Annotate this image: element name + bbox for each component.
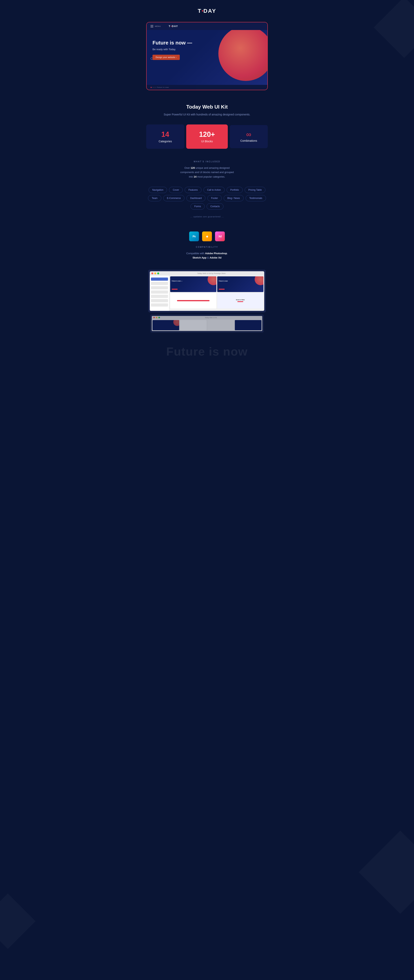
hero-cta-button[interactable]: Design your website › — [153, 55, 180, 60]
thumb-globe-2 — [255, 276, 263, 285]
hero-subtitle: Be ready with Today. — [153, 48, 261, 51]
tags-area: Navigation Cover Features Call to Action… — [142, 187, 272, 213]
thumb-title-1: Future is now — — [172, 280, 182, 282]
sidebar-row-7 — [151, 304, 168, 307]
adobexd-icon: Xd — [215, 231, 225, 241]
hero-content-area: Future is now — Be ready with Today. Des… — [146, 30, 268, 85]
mockup-logo: TDAY — [169, 25, 178, 28]
bold-14: 14 — [194, 175, 196, 178]
adobe-photoshop-text: Adobe Photoshop — [205, 252, 227, 255]
tag-navigation[interactable]: Navigation — [148, 187, 167, 193]
tag-features[interactable]: Features — [185, 187, 201, 193]
thumb-bar-2 — [237, 301, 243, 302]
compat-icons-row: Ps ◆ Xd — [146, 231, 268, 241]
kit-description: Super Powerful UI Kit with hundreds of a… — [148, 112, 266, 117]
screenshot-mockup-area: Today Web UI Kit by Presetgo Store Futur… — [144, 270, 270, 334]
dot-3 — [154, 87, 156, 88]
kit-title-section: Today Web UI Kit Super Powerful UI Kit w… — [142, 98, 272, 121]
screenshot-window-2: Today Web UI Kit — [150, 314, 264, 332]
tag-portfolio[interactable]: Portfolio — [227, 187, 243, 193]
sketch-app-text: Sketch App — [193, 256, 206, 259]
tag-contacts[interactable]: Contacts — [207, 203, 223, 210]
tag-dashboard[interactable]: Dashboard — [186, 195, 205, 201]
compatibility-section: Ps ◆ Xd COMPATIBILITY Compatible with Ad… — [142, 226, 272, 264]
hero-title: Future is now — — [153, 40, 261, 46]
thumb-cta-1 — [172, 289, 178, 290]
sidebar-row-2 — [151, 282, 168, 285]
titlebar-maximize-btn[interactable] — [157, 272, 159, 274]
dot-2 — [153, 87, 154, 88]
sidebar-row-5 — [151, 295, 168, 298]
max-btn-2 — [158, 317, 160, 318]
screenshot-sidebar — [150, 275, 169, 311]
site-logo: TDAY — [146, 8, 268, 14]
mockup-menu-icon — [151, 25, 153, 27]
categories-number: 14 — [148, 130, 182, 138]
screenshot-layer-2-container: Today Web UI Kit — [144, 314, 270, 334]
compat-eyebrow: COMPATIBILITY — [146, 246, 268, 248]
dot-active — [151, 87, 152, 88]
screenshot-titlebar: Today Web UI Kit by Presetgo Store — [150, 271, 264, 275]
categories-label: Categories — [148, 140, 182, 143]
screenshot2-body — [152, 319, 262, 331]
compat-description: Compatible with Adobe Photoshop, Sketch … — [146, 251, 268, 260]
thumb2-2 — [180, 320, 207, 330]
whats-included-section: WHAT'S INCLUDED Over 120 unique and amaz… — [142, 157, 272, 186]
thumb2-1 — [153, 320, 179, 330]
site-header: TDAY — [142, 0, 272, 20]
thumb-title-2: Future is now — [219, 280, 228, 282]
infinity-icon: ∞ — [232, 131, 266, 138]
screenshot2-titlebar: Today Web UI Kit — [152, 316, 262, 319]
tag-cover[interactable]: Cover — [169, 187, 183, 193]
titlebar-minimize-btn[interactable] — [154, 272, 156, 274]
tag-blog-news[interactable]: Blog / News — [224, 195, 244, 201]
tag-team[interactable]: Team — [148, 195, 161, 201]
thumb2-4 — [235, 320, 261, 330]
titlebar-title: Today Web UI Kit by Presetgo Store — [160, 272, 263, 274]
thumb-bar-1 — [177, 300, 209, 301]
adobe-xd-text: Adobe Xd — [210, 256, 221, 259]
stat-categories: 14 Categories — [146, 124, 184, 149]
tag-call-to-action[interactable]: Call to Action — [204, 187, 225, 193]
thumb-hero-1: Future is now — — [170, 276, 217, 292]
logo-t: T — [198, 8, 202, 14]
close-btn-2 — [153, 317, 155, 318]
hero-footer-text: Future is now — [157, 86, 169, 88]
sketch-icon: ◆ — [202, 231, 212, 241]
kit-title: Today Web UI Kit — [148, 104, 266, 110]
thumb2-3 — [207, 320, 234, 330]
sidebar-row-6 — [151, 299, 168, 302]
tag-forms[interactable]: Forms — [191, 203, 205, 210]
sidebar-row-3 — [151, 286, 168, 289]
stat-combinations: ∞ Combinations — [230, 125, 268, 148]
combinations-label: Combinations — [232, 139, 266, 142]
thumb2-globe — [173, 320, 179, 326]
bottom-hero-section: Future is now — [142, 342, 272, 369]
thumb-event-text: Event of Web — [236, 299, 245, 301]
photoshop-icon: Ps — [189, 231, 199, 241]
mockup-navbar: MENU TDAY — [146, 22, 268, 30]
tag-pricing-table[interactable]: Pricing Table — [245, 187, 266, 193]
mockup-logo-dot-icon — [171, 26, 172, 27]
mockup-menu-label: MENU — [155, 25, 161, 27]
sidebar-row-4 — [151, 291, 168, 294]
tag-testimonials[interactable]: Testimonials — [245, 195, 266, 201]
titlebar-text-2: Today Web UI Kit — [161, 317, 261, 318]
thumb-globe-1 — [208, 276, 217, 285]
section-eyebrow: WHAT'S INCLUDED — [148, 161, 266, 163]
thumb-light-1 — [170, 293, 217, 309]
bottom-hero-title: Future is now — [148, 346, 266, 358]
thumb-light-2: Event of Web — [217, 293, 263, 309]
titlebar-close-btn[interactable] — [151, 272, 153, 274]
screenshot-main-area: Future is now — Future is now Event of W… — [169, 275, 264, 309]
min-btn-2 — [156, 317, 158, 318]
tag-ecommerce[interactable]: E-Commerce — [163, 195, 185, 201]
logo-day: DAY — [204, 8, 217, 14]
hero-pagination-dots — [151, 87, 156, 88]
blocks-label: UI Blocks — [188, 140, 226, 143]
hero-text-area: Future is now — Be ready with Today. Des… — [146, 30, 268, 66]
bold-120: 120 — [191, 166, 195, 169]
sidebar-row-active — [151, 278, 168, 281]
tag-footer[interactable]: Footer — [207, 195, 222, 201]
hero-mockup: MENU TDAY Future is now — Be ready with … — [146, 22, 268, 90]
